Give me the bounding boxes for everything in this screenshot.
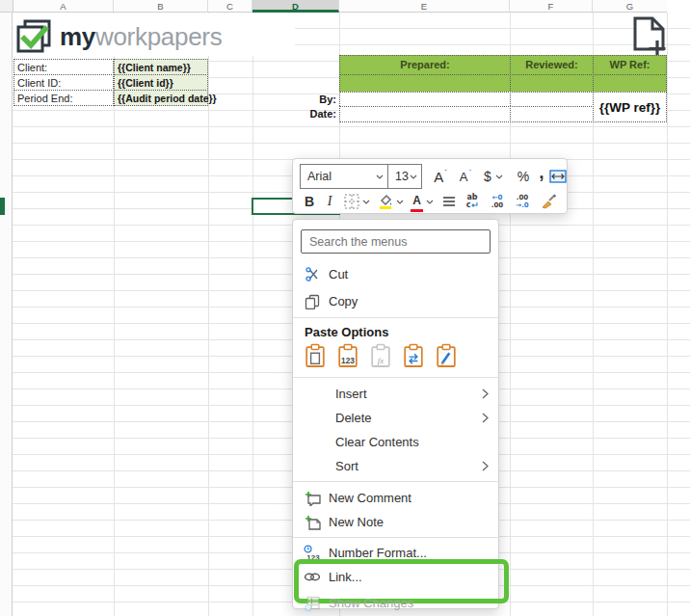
- wrap-text-button[interactable]: abc: [462, 191, 483, 212]
- client-label-cell[interactable]: Client:: [13, 59, 114, 75]
- menu-search-input[interactable]: [301, 229, 491, 254]
- italic-button[interactable]: I: [323, 191, 336, 212]
- paste-options-header: Paste Options: [293, 320, 500, 344]
- borders-icon: [344, 194, 359, 209]
- wp-ref-green-cell[interactable]: [593, 74, 667, 93]
- prepared-header-cell[interactable]: Prepared:: [339, 55, 511, 75]
- paste-values-123: 123: [341, 357, 355, 365]
- paste-options-label: Paste Options: [305, 325, 388, 339]
- period-end-value-cell[interactable]: {{Audit period date}}: [114, 90, 208, 106]
- submenu-arrow-icon: [482, 413, 489, 423]
- menu-item-label: Delete: [335, 411, 372, 425]
- alignment-button[interactable]: [439, 191, 459, 212]
- italic-icon: I: [328, 194, 332, 209]
- reviewed-header-cell[interactable]: Reviewed:: [510, 55, 594, 75]
- by-label-cell[interactable]: By:: [252, 92, 339, 107]
- column-header-d-selected[interactable]: D: [252, 0, 339, 13]
- font-name-combobox[interactable]: Arial: [300, 164, 388, 189]
- paste-options-row: 123 fx: [293, 343, 500, 372]
- dollar-icon: $: [484, 169, 491, 184]
- new-comment-icon: [304, 491, 321, 506]
- chevron-down-icon: [396, 200, 404, 204]
- copy-icon: [304, 294, 321, 309]
- column-header-a[interactable]: A: [13, 0, 114, 13]
- format-painter-button[interactable]: [538, 191, 561, 212]
- font-size-value: 13: [395, 170, 409, 183]
- menu-item-clear-contents[interactable]: Clear Contents: [293, 430, 500, 454]
- logo-wordmark: myworkpapers: [60, 22, 222, 52]
- menu-item-delete[interactable]: Delete: [293, 406, 500, 430]
- client-id-label-cell[interactable]: Client ID:: [13, 74, 114, 91]
- format-painter-icon: [541, 194, 558, 209]
- font-color-button[interactable]: A: [409, 191, 436, 212]
- paste-values-icon[interactable]: 123: [337, 343, 358, 368]
- submenu-arrow-icon: [482, 461, 489, 471]
- wp-ref-header-cell[interactable]: WP Ref:: [593, 55, 667, 75]
- menu-divider: [293, 317, 500, 318]
- autofit-width-button[interactable]: [547, 164, 569, 189]
- wrap-arrow-icon: [470, 201, 478, 209]
- mini-format-toolbar: Arial 13 Aˆ Aˇ $ % , B I: [292, 158, 568, 214]
- spreadsheet-app: A B C D E F G myworkpapers Client: Clien…: [0, 0, 690, 616]
- menu-divider: [293, 377, 500, 378]
- period-end-label-cell[interactable]: Period End:: [13, 90, 114, 106]
- client-name-value-cell[interactable]: {{Client name}}: [114, 59, 208, 75]
- align-lines-icon: [442, 196, 456, 207]
- menu-item-label: Clear Contents: [335, 435, 419, 449]
- scissors-icon: [304, 267, 321, 281]
- menu-item-sort[interactable]: Sort: [293, 454, 500, 478]
- increase-decimal-bottom: .00: [491, 201, 503, 209]
- decrease-decimal-top: .00: [517, 194, 528, 201]
- font-size-combobox[interactable]: 13: [387, 164, 422, 189]
- prepared-green-cell[interactable]: [339, 74, 511, 93]
- shrink-font-button[interactable]: Aˇ: [454, 164, 477, 189]
- menu-item-insert[interactable]: Insert: [293, 382, 500, 406]
- column-header-c[interactable]: C: [208, 0, 252, 13]
- menu-item-copy[interactable]: Copy: [293, 289, 500, 313]
- menu-item-new-comment[interactable]: New Comment: [293, 486, 500, 510]
- wp-ref-value-cell[interactable]: {{WP ref}}: [593, 92, 667, 122]
- decrease-decimal-bottom: →.0: [516, 201, 528, 209]
- client-id-value-cell[interactable]: {{Client id}}: [114, 74, 208, 91]
- bold-button[interactable]: B: [301, 191, 318, 212]
- file-plus-icon[interactable]: [628, 15, 669, 60]
- chevron-down-icon: [426, 200, 434, 204]
- select-all-corner[interactable]: [0, 0, 13, 13]
- reviewed-date-cell[interactable]: [510, 106, 594, 122]
- column-header-e[interactable]: E: [339, 0, 510, 13]
- decrease-decimal-button[interactable]: .00→.0: [512, 191, 533, 212]
- menu-divider: [293, 481, 500, 482]
- prepared-date-cell[interactable]: [339, 106, 511, 122]
- show-changes-icon: [304, 596, 321, 611]
- paste-formatting-icon[interactable]: [436, 343, 457, 368]
- date-label-cell[interactable]: Date:: [252, 106, 339, 121]
- column-header-g[interactable]: G: [593, 0, 667, 13]
- myworkpapers-logo: myworkpapers: [15, 18, 222, 55]
- paste-transpose-icon[interactable]: [403, 343, 424, 368]
- percent-style-button[interactable]: %: [513, 164, 534, 189]
- grow-font-button[interactable]: Aˆ: [429, 164, 452, 189]
- chevron-down-icon: [362, 200, 370, 204]
- fill-bucket-icon: [378, 194, 393, 209]
- menu-item-label: Sort: [335, 459, 358, 473]
- menu-item-label: Show Changes: [329, 596, 413, 610]
- menu-item-show-changes-disabled: Show Changes: [293, 591, 500, 615]
- font-color-swatch: [411, 209, 423, 213]
- reviewed-green-cell[interactable]: [510, 74, 594, 93]
- increase-decimal-button[interactable]: ←0.00: [487, 191, 508, 212]
- chevron-down-icon: [495, 174, 503, 179]
- row-header-strip[interactable]: [0, 13, 13, 616]
- comma-style-button[interactable]: ,: [535, 160, 548, 185]
- paste-icon[interactable]: [305, 343, 326, 368]
- column-header-f[interactable]: F: [510, 0, 593, 13]
- selected-row-marker: [0, 198, 5, 215]
- borders-button[interactable]: [343, 191, 370, 212]
- column-header-b[interactable]: B: [114, 0, 208, 13]
- menu-item-label: Insert: [335, 387, 367, 401]
- menu-item-new-note[interactable]: New Note: [293, 510, 500, 534]
- accounting-format-button[interactable]: $: [479, 164, 508, 189]
- percent-icon: %: [518, 169, 529, 184]
- fill-color-button[interactable]: [376, 191, 405, 212]
- menu-item-label: Number Format...: [329, 546, 427, 560]
- menu-item-cut[interactable]: Cut: [293, 262, 500, 286]
